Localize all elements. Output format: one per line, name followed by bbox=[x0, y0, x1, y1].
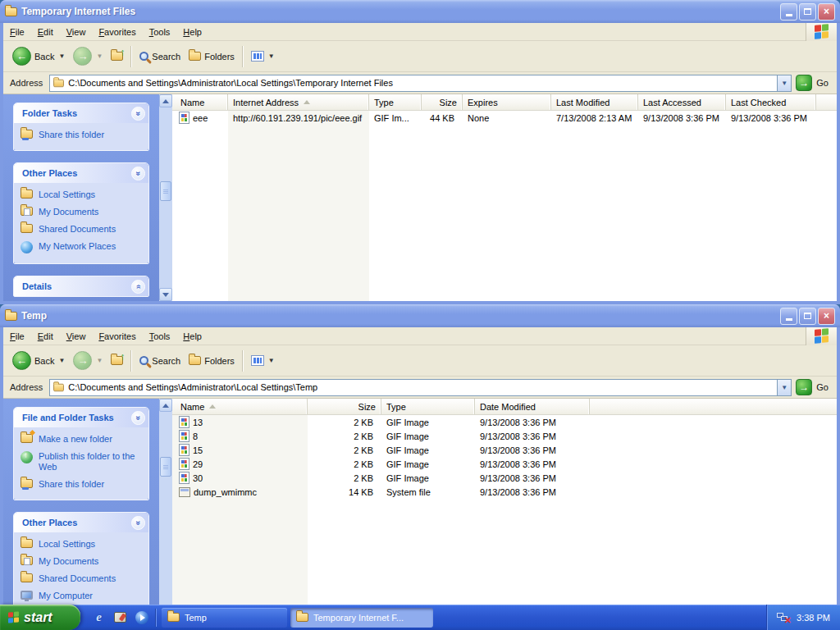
share-this-folder-link[interactable]: Share this folder bbox=[21, 479, 145, 490]
taskbar-button-temp[interactable]: Temp bbox=[162, 608, 287, 628]
other-places-header[interactable]: Other Places » bbox=[14, 163, 148, 183]
column-header-filler bbox=[816, 94, 837, 110]
menu-view[interactable]: View bbox=[60, 25, 93, 39]
address-input[interactable]: C:\Documents and Settings\Administrator\… bbox=[49, 379, 792, 396]
file-row-dump-wmimmc[interactable]: dump_wmimmc 14 KB System file 9/13/2008 … bbox=[172, 485, 837, 499]
shared-documents-link[interactable]: Shared Documents bbox=[21, 573, 145, 584]
back-dropdown-icon[interactable]: ▼ bbox=[58, 357, 65, 364]
views-button[interactable]: ▼ bbox=[247, 43, 279, 70]
file-row-13[interactable]: 13 2 KB GIF Image 9/13/2008 3:36 PM bbox=[172, 415, 837, 429]
collapse-chevron-icon[interactable]: » bbox=[131, 107, 145, 121]
column-header-size[interactable]: Size bbox=[308, 399, 381, 414]
menu-help[interactable]: Help bbox=[176, 25, 208, 39]
scrollbar-thumb[interactable] bbox=[160, 457, 171, 477]
go-button[interactable]: → bbox=[796, 379, 812, 395]
views-button[interactable]: ▼ bbox=[247, 348, 279, 374]
menu-file[interactable]: File bbox=[3, 25, 31, 39]
my-network-places-link[interactable]: My Network Places bbox=[21, 241, 145, 253]
maximize-button[interactable] bbox=[799, 3, 816, 21]
views-dropdown-icon[interactable]: ▼ bbox=[268, 52, 275, 60]
column-header-expires[interactable]: Expires bbox=[463, 94, 551, 110]
details-header[interactable]: Details » bbox=[14, 276, 148, 296]
scrollbar-thumb[interactable] bbox=[160, 181, 171, 201]
media-player-icon[interactable] bbox=[135, 610, 148, 624]
my-documents-link[interactable]: My Documents bbox=[21, 556, 145, 567]
column-header-internet-address[interactable]: Internet Address bbox=[228, 94, 369, 110]
file-row-15[interactable]: 15 2 KB GIF Image 9/13/2008 3:36 PM bbox=[172, 443, 837, 457]
my-computer-link[interactable]: My Computer bbox=[21, 591, 145, 601]
file-row-30[interactable]: 30 2 KB GIF Image 9/13/2008 3:36 PM bbox=[172, 471, 837, 485]
shared-documents-link[interactable]: Shared Documents bbox=[21, 224, 145, 235]
menu-edit[interactable]: Edit bbox=[31, 25, 60, 39]
search-button[interactable]: Search bbox=[135, 43, 185, 70]
folders-button[interactable]: Folders bbox=[185, 43, 239, 70]
publish-folder-to-web-link[interactable]: Publish this folder to the Web bbox=[21, 451, 145, 472]
forward-button[interactable]: → ▼ bbox=[69, 348, 107, 374]
titlebar[interactable]: Temp × bbox=[0, 304, 840, 327]
views-dropdown-icon[interactable]: ▼ bbox=[268, 357, 275, 364]
network-disconnected-icon[interactable]: ✕ bbox=[777, 611, 791, 623]
start-button[interactable]: start bbox=[0, 605, 80, 630]
other-places-header[interactable]: Other Places » bbox=[14, 513, 148, 532]
scroll-up-button[interactable] bbox=[159, 94, 172, 107]
maximize-button[interactable] bbox=[799, 308, 816, 325]
folders-button[interactable]: Folders bbox=[185, 348, 239, 374]
make-new-folder-link[interactable]: Make a new folder bbox=[21, 434, 145, 445]
column-header-name[interactable]: Name bbox=[172, 399, 308, 414]
address-dropdown-button[interactable]: ▼ bbox=[777, 75, 791, 91]
column-header-last-accessed[interactable]: Last Accessed bbox=[638, 94, 726, 110]
collapse-chevron-icon[interactable]: » bbox=[131, 516, 145, 530]
local-settings-link[interactable]: Local Settings bbox=[21, 189, 145, 200]
file-and-folder-tasks-header[interactable]: File and Folder Tasks » bbox=[14, 408, 148, 427]
column-header-type[interactable]: Type bbox=[381, 399, 475, 414]
task-pane-scrollbar[interactable] bbox=[159, 399, 172, 630]
up-button[interactable] bbox=[107, 43, 127, 70]
show-desktop-icon[interactable] bbox=[113, 610, 127, 624]
column-header-last-modified[interactable]: Last Modified bbox=[551, 94, 638, 110]
share-this-folder-link[interactable]: Share this folder bbox=[21, 130, 145, 140]
collapse-chevron-icon[interactable]: » bbox=[131, 411, 145, 425]
back-dropdown-icon[interactable]: ▼ bbox=[58, 52, 65, 60]
column-header-type[interactable]: Type bbox=[369, 94, 422, 110]
scroll-down-button[interactable] bbox=[159, 288, 172, 301]
titlebar[interactable]: Temporary Internet Files × bbox=[0, 0, 840, 23]
column-header-last-checked[interactable]: Last Checked bbox=[726, 94, 816, 110]
back-button[interactable]: ← Back ▼ bbox=[8, 43, 69, 70]
menu-favorites[interactable]: Favorites bbox=[92, 329, 142, 344]
collapse-chevron-icon[interactable]: » bbox=[131, 167, 145, 180]
taskbar-button-temporary-internet-files[interactable]: Temporary Internet F... bbox=[290, 608, 433, 628]
forward-button[interactable]: → ▼ bbox=[69, 43, 107, 70]
my-documents-link[interactable]: My Documents bbox=[21, 207, 145, 217]
search-button[interactable]: Search bbox=[135, 348, 185, 374]
menu-file[interactable]: File bbox=[3, 329, 31, 344]
file-row-29[interactable]: 29 2 KB GIF Image 9/13/2008 3:36 PM bbox=[172, 457, 837, 471]
folder-icon bbox=[167, 613, 180, 622]
menu-tools[interactable]: Tools bbox=[143, 329, 177, 344]
close-button[interactable]: × bbox=[818, 3, 835, 21]
close-button[interactable]: × bbox=[818, 308, 835, 325]
local-settings-link[interactable]: Local Settings bbox=[21, 539, 145, 550]
menu-edit[interactable]: Edit bbox=[31, 329, 60, 344]
back-icon: ← bbox=[12, 47, 31, 66]
menu-view[interactable]: View bbox=[60, 329, 93, 344]
address-input[interactable]: C:\Documents and Settings\Administrator\… bbox=[49, 75, 792, 92]
column-header-date-modified[interactable]: Date Modified bbox=[475, 399, 590, 414]
address-dropdown-button[interactable]: ▼ bbox=[777, 380, 791, 395]
up-button[interactable] bbox=[107, 348, 127, 374]
folder-tasks-header[interactable]: Folder Tasks » bbox=[14, 103, 148, 123]
minimize-button[interactable] bbox=[780, 3, 797, 21]
scroll-up-button[interactable] bbox=[159, 399, 172, 412]
back-button[interactable]: ← Back ▼ bbox=[8, 348, 69, 374]
menu-favorites[interactable]: Favorites bbox=[92, 25, 142, 39]
go-button[interactable]: → bbox=[796, 75, 812, 91]
expand-chevron-icon[interactable]: » bbox=[131, 280, 145, 294]
file-row-eee[interactable]: eee http://60.191.239.191/pic/eee.gif GI… bbox=[172, 111, 837, 125]
minimize-button[interactable] bbox=[780, 308, 797, 325]
menu-help[interactable]: Help bbox=[176, 329, 208, 344]
internet-explorer-icon[interactable]: e bbox=[92, 610, 106, 624]
menu-tools[interactable]: Tools bbox=[143, 25, 177, 39]
file-row-8[interactable]: 8 2 KB GIF Image 9/13/2008 3:36 PM bbox=[172, 429, 837, 443]
column-header-size[interactable]: Size bbox=[422, 94, 463, 110]
column-header-name[interactable]: Name bbox=[172, 94, 228, 110]
task-pane-scrollbar[interactable] bbox=[159, 94, 172, 301]
